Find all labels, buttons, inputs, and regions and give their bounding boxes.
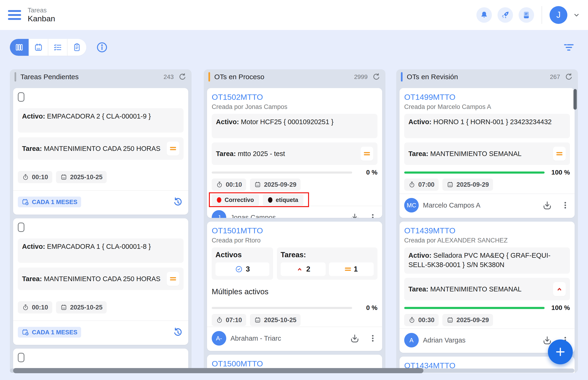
duration-chip: 07:00 — [404, 178, 439, 191]
hamburger-menu-icon[interactable] — [8, 10, 21, 20]
calendar-icon — [254, 181, 261, 188]
tab-calendar-view[interactable] — [29, 39, 48, 56]
assignee-avatar: J — [212, 210, 226, 218]
refresh-icon[interactable] — [178, 72, 187, 81]
calendar-repeat-icon — [21, 198, 29, 206]
column-accent-bar — [401, 72, 403, 81]
pending-task-card[interactable]: Activo: EMPACADORA 2 { CLA-00001-9 } Tar… — [13, 88, 188, 215]
date-chip: 2025-09-29 — [442, 314, 493, 326]
filter-list-icon — [563, 41, 575, 53]
column-cards: OT1499MTTO Creada por Marcelo Campos A A… — [396, 84, 578, 373]
calendar-icon — [60, 304, 67, 311]
duration-chip: 07:10 — [212, 314, 246, 326]
column-vertical-scrollbar-thumb[interactable] — [573, 89, 577, 110]
assignee-avatar: MC — [404, 198, 419, 212]
app-bar: Tareas Kanban — [0, 0, 588, 30]
download-icon[interactable] — [349, 212, 360, 218]
activo-box: Activo: Selladora PVC MA&EQ { GRAF-EQUI-… — [404, 247, 570, 274]
tarea-box: Tarea: MANTENIMIENTO CADA 250 HORAS — [18, 137, 183, 160]
assignee-name: Marcelo Campos A — [423, 202, 538, 209]
kebab-menu-icon[interactable] — [368, 334, 377, 343]
plus-icon — [554, 346, 567, 358]
progress-label: 100 % — [549, 169, 570, 176]
column-count: 243 — [164, 73, 174, 81]
ot-card[interactable]: OT1502MTTO Creada por Jonas Campos Activ… — [207, 88, 382, 218]
kanban-column-ots-en-revision: OTs en Revisión 267 OT1499MTTO Creada po… — [396, 69, 578, 373]
priority-high-icon — [296, 266, 303, 273]
horizontal-scrollbar-thumb[interactable] — [13, 368, 424, 373]
add-button[interactable] — [548, 340, 573, 364]
filter-button[interactable] — [563, 41, 575, 53]
task-checkbox[interactable] — [18, 223, 24, 232]
tarea-box: Tarea: MANTENIMIENTO CADA 250 HORAS — [18, 267, 183, 290]
tab-list-view[interactable] — [48, 39, 67, 56]
pending-task-card[interactable]: Activo: EMPACADORA 1 { CLA-00001-8 } Tar… — [13, 218, 188, 345]
ot-card[interactable]: OT1501MTTO Creada por Rtoro Activos 3 — [207, 222, 382, 351]
calendar-icon — [447, 317, 454, 323]
task-checkbox[interactable] — [18, 92, 24, 102]
activos-panel: Activos 3 — [212, 247, 273, 280]
date-chip: 2025-10-25 — [56, 171, 107, 183]
calendar-icon — [254, 317, 261, 323]
notebook-icon — [522, 11, 531, 19]
ot-link[interactable]: OT1499MTTO — [404, 92, 570, 102]
progress-label: 0 % — [356, 169, 377, 176]
info-button[interactable] — [96, 41, 108, 54]
kanban-column-ots-en-proceso: OTs en Proceso 2999 OT1502MTTO Creada po… — [204, 69, 385, 373]
card-footer: A- Abraham - Triarc — [207, 327, 382, 347]
docs-button[interactable] — [519, 7, 534, 23]
activo-box: Activo: EMPACADORA 2 { CLA-00001-9 } — [18, 108, 183, 133]
progress-row: 100 % — [404, 169, 570, 176]
download-icon[interactable] — [349, 333, 360, 344]
ot-card[interactable]: OT1439MTTO Creada por ALEXANDER SANCHEZ … — [400, 222, 575, 353]
stopwatch-icon — [408, 181, 415, 188]
assignee-name: Adrian Vargas — [423, 336, 538, 344]
assignee-avatar: A- — [212, 331, 226, 345]
notifications-button[interactable] — [476, 7, 492, 23]
clipboard-icon — [72, 43, 81, 52]
card-footer: MC Marcelo Campos A — [400, 193, 575, 214]
tareas-medium-box: 1 — [329, 262, 374, 276]
tab-clipboard-view[interactable] — [67, 39, 86, 56]
date-chip: 2025-10-25 — [56, 301, 107, 313]
rocket-icon — [501, 11, 510, 19]
user-avatar[interactable]: J — [549, 6, 567, 24]
history-icon[interactable] — [172, 196, 183, 208]
download-icon[interactable] — [542, 200, 553, 211]
kebab-menu-icon[interactable] — [561, 201, 570, 210]
date-chip: 2025-09-29 — [250, 178, 301, 191]
recurrence-badge: CADA 1 MESES — [18, 327, 81, 338]
history-icon[interactable] — [172, 327, 183, 338]
column-cards: Activo: EMPACADORA 2 { CLA-00001-9 } Tar… — [10, 84, 192, 373]
refresh-icon[interactable] — [372, 72, 381, 81]
priority-medium-icon — [167, 272, 179, 286]
card-footer: CADA 1 MESES — [13, 321, 188, 341]
ot-link[interactable]: OT1439MTTO — [404, 226, 570, 235]
view-switcher — [10, 39, 86, 56]
checklist-icon — [53, 43, 62, 52]
duration-chip: 00:10 — [18, 301, 52, 313]
assignee-name: Abraham - Triarc — [230, 335, 345, 342]
duration-chip: 00:30 — [404, 314, 439, 326]
ot-link[interactable]: OT1501MTTO — [212, 226, 377, 235]
ot-link[interactable]: OT1500MTTO — [212, 359, 377, 368]
assignee-avatar: A — [404, 333, 419, 347]
column-cards: OT1502MTTO Creada por Jonas Campos Activ… — [204, 84, 385, 373]
ot-link[interactable]: OT1502MTTO — [212, 92, 377, 102]
tab-kanban-view[interactable] — [10, 39, 29, 56]
breadcrumb: Tareas — [28, 7, 55, 14]
priority-medium-icon — [167, 141, 179, 155]
kanban-app: Tareas Kanban — [0, 0, 588, 380]
task-checkbox[interactable] — [18, 353, 24, 362]
calendar-icon — [34, 43, 43, 52]
ot-card[interactable]: OT1499MTTO Creada por Marcelo Campos A A… — [400, 88, 575, 218]
chevron-down-icon[interactable] — [573, 12, 580, 19]
multi-asset-panels: Activos 3 Tareas: — [212, 247, 377, 280]
column-title: OTs en Revisión — [407, 73, 546, 81]
whats-new-button[interactable] — [498, 7, 513, 23]
duration-chip: 00:10 — [212, 178, 246, 191]
view-toolbar — [10, 38, 575, 56]
refresh-icon[interactable] — [564, 72, 573, 81]
kebab-menu-icon[interactable] — [368, 213, 377, 218]
kanban-columns-icon — [15, 43, 24, 52]
